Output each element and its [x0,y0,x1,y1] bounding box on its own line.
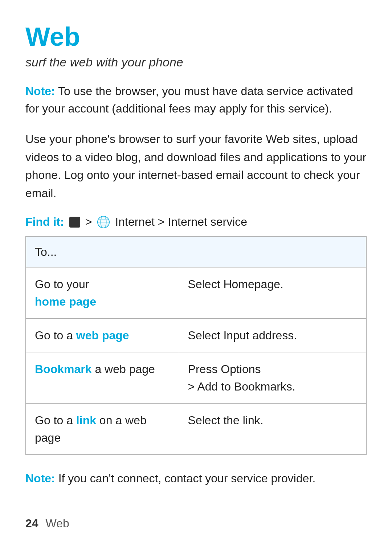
instruction-2: Select Input address. [188,329,297,342]
table-cell-instruction: Select Homepage. [179,267,366,319]
table-header-row: To... [26,236,366,267]
find-it-path: Internet > Internet service [115,215,247,229]
find-it-line: Find it: > Internet > Internet service [25,215,367,229]
action-plain-1: Go to your [35,278,89,291]
globe-icon [97,216,110,229]
table-header-cell: To... [26,236,366,267]
menu-icon [69,217,80,228]
action-plain-2: Go to a [35,329,76,342]
table-row: Go to a web page Select Input address. [26,319,366,352]
arrow-separator: > [85,215,92,229]
table-row: Go to your home page Select Homepage. [26,267,366,319]
instruction-1: Select Homepage. [188,278,283,291]
svg-point-5 [98,216,109,228]
find-it-label: Find it: [25,215,64,229]
action-highlight-4: link [76,414,96,427]
action-highlight-2: web page [76,329,129,342]
note-1: Note: To use the browser, you must have … [25,82,367,117]
note-2-label: Note: [25,472,55,485]
table-cell-action: Go to your home page [26,267,179,319]
table-cell-action: Go to a link on a web page [26,404,179,455]
action-highlight-3: Bookmark [35,363,92,376]
table-cell-instruction: Select Input address. [179,319,366,352]
page-title: Web [25,22,367,52]
note-1-label: Note: [25,85,55,98]
page-footer: 24 Web [25,510,367,530]
table-row: Bookmark a web page Press Options> Add t… [26,352,366,404]
table-cell-action: Go to a web page [26,319,179,352]
note-1-text: To use the browser, you must have data s… [25,85,353,115]
page-footer-label: Web [46,517,69,530]
note-2-text: If you can't connect, contact your servi… [55,472,316,485]
info-table: To... Go to your home page Select Homepa… [25,236,367,455]
page-number: 24 [25,517,38,530]
action-rest-3: a web page [92,363,155,376]
table-cell-instruction: Select the link. [179,404,366,455]
instruction-4: Select the link. [188,414,264,427]
note-2: Note: If you can't connect, contact your… [25,470,367,488]
instruction-3: Press Options> Add to Bookmarks. [188,363,295,393]
table-cell-instruction: Press Options> Add to Bookmarks. [179,352,366,404]
table-cell-action: Bookmark a web page [26,352,179,404]
action-highlight-1: home page [35,295,96,308]
table-row: Go to a link on a web page Select the li… [26,404,366,455]
subtitle: surf the web with your phone [25,55,367,69]
body-text: Use your phone's browser to surf your fa… [25,130,367,202]
action-plain-4: Go to a [35,414,76,427]
